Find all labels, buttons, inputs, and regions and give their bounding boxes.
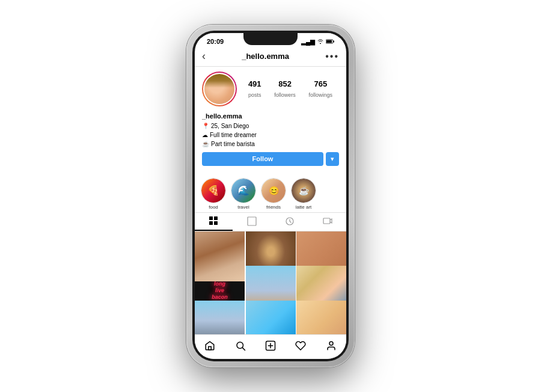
avatar bbox=[203, 73, 236, 105]
highlight-latte-label: latte art bbox=[296, 204, 312, 210]
grid-photo-9[interactable] bbox=[296, 301, 346, 334]
highlight-food[interactable]: 🍕 food bbox=[201, 178, 226, 210]
tab-single[interactable] bbox=[233, 213, 270, 231]
svg-rect-1 bbox=[334, 40, 335, 42]
stat-posts: 491 posts bbox=[248, 79, 261, 99]
followers-count: 852 bbox=[274, 79, 296, 88]
travel-emoji: 🌊 bbox=[237, 185, 249, 196]
photo-grid: longlivebacon bbox=[195, 231, 346, 335]
bio-dreamer: ☁ Full time dreamer bbox=[202, 130, 339, 139]
header-bar: ‹ _hello.emma ••• bbox=[195, 47, 346, 67]
tab-grid[interactable] bbox=[195, 213, 233, 231]
stat-following[interactable]: 765 followings bbox=[309, 79, 333, 99]
highlight-friends-circle: 😊 bbox=[261, 178, 286, 203]
avatar-face bbox=[204, 74, 234, 104]
svg-rect-2 bbox=[326, 40, 332, 43]
svg-rect-4 bbox=[214, 216, 218, 220]
neon-sign: longlivebacon bbox=[212, 281, 228, 300]
wifi-icon bbox=[317, 38, 323, 45]
nav-heart[interactable] bbox=[291, 338, 310, 353]
stat-followers[interactable]: 852 followers bbox=[274, 79, 296, 99]
highlights-row: 🍕 food 🌊 travel bbox=[195, 173, 346, 213]
latte-emoji: ☕ bbox=[299, 186, 309, 195]
bottom-nav bbox=[195, 334, 346, 359]
avatar-hair bbox=[204, 74, 234, 88]
back-button[interactable]: ‹ bbox=[202, 50, 206, 63]
grid-photo-8[interactable] bbox=[246, 301, 296, 334]
grid-photo-1[interactable] bbox=[195, 231, 245, 281]
barista-icon: ☕ bbox=[202, 139, 209, 149]
tab-tagged[interactable] bbox=[270, 213, 308, 231]
svg-rect-3 bbox=[209, 216, 213, 220]
bio-section: _hello.emma 📍 25, San Diego ☁ Full time … bbox=[202, 111, 339, 149]
posts-count: 491 bbox=[248, 79, 261, 88]
followers-label: followers bbox=[274, 92, 296, 98]
svg-rect-9 bbox=[323, 218, 330, 224]
svg-rect-10 bbox=[209, 347, 212, 350]
food-emoji: 🍕 bbox=[207, 185, 219, 196]
stats-row: 491 posts 852 followers 765 followings bbox=[242, 79, 339, 99]
highlight-travel-circle: 🌊 bbox=[231, 178, 256, 203]
nav-add[interactable] bbox=[261, 338, 280, 353]
highlight-latte-circle: ☕ bbox=[291, 178, 316, 203]
highlight-food-label: food bbox=[209, 204, 218, 210]
highlight-food-circle: 🍕 bbox=[201, 178, 226, 203]
dreamer-text: Full time dreamer bbox=[210, 130, 257, 139]
location-text: 25, San Diego bbox=[211, 121, 249, 130]
highlight-latte[interactable]: ☕ latte art bbox=[291, 178, 316, 210]
friends-emoji: 😊 bbox=[269, 186, 279, 195]
barista-text: Part time barista bbox=[211, 139, 255, 149]
tab-igtv[interactable] bbox=[308, 213, 346, 231]
avatar-wrap bbox=[202, 72, 237, 106]
notch bbox=[243, 33, 298, 45]
bio-location: 📍 25, San Diego bbox=[202, 121, 339, 130]
following-count: 765 bbox=[309, 79, 333, 88]
nav-search[interactable] bbox=[231, 338, 250, 353]
svg-rect-7 bbox=[248, 217, 256, 225]
location-icon: 📍 bbox=[202, 121, 209, 130]
profile-section: 491 posts 852 followers 765 followings bbox=[195, 67, 346, 173]
status-icons: ▂▄▆ bbox=[301, 38, 334, 45]
nav-profile[interactable] bbox=[322, 338, 341, 353]
follow-row: Follow ▾ bbox=[202, 152, 339, 166]
status-bar: 20:09 ▂▄▆ bbox=[195, 33, 346, 47]
battery-icon bbox=[326, 38, 334, 45]
grid-photo-7[interactable] bbox=[195, 301, 245, 334]
header-username: _hello.emma bbox=[242, 52, 289, 61]
status-time: 20:09 bbox=[207, 38, 224, 45]
nav-home[interactable] bbox=[200, 338, 219, 353]
bio-barista: ☕ Part time barista bbox=[202, 139, 339, 149]
chevron-down-icon: ▾ bbox=[331, 155, 334, 162]
highlight-travel-label: travel bbox=[237, 204, 249, 210]
scene: 20:09 ▂▄▆ bbox=[0, 0, 541, 392]
dreamer-icon: ☁ bbox=[202, 130, 208, 139]
signal-icon: ▂▄▆ bbox=[301, 38, 315, 45]
phone-screen: 20:09 ▂▄▆ bbox=[195, 33, 346, 359]
following-label: followings bbox=[309, 92, 333, 98]
highlight-travel[interactable]: 🌊 travel bbox=[231, 178, 256, 210]
svg-rect-5 bbox=[209, 221, 213, 225]
svg-rect-6 bbox=[214, 221, 218, 225]
phone-inner: 20:09 ▂▄▆ bbox=[192, 31, 349, 361]
more-button[interactable]: ••• bbox=[325, 51, 339, 62]
bio-username: _hello.emma bbox=[202, 111, 339, 121]
profile-top: 491 posts 852 followers 765 followings bbox=[202, 72, 339, 106]
svg-point-16 bbox=[329, 341, 333, 345]
svg-line-12 bbox=[242, 348, 245, 350]
phone-shell: 20:09 ▂▄▆ bbox=[186, 25, 355, 367]
tab-bar bbox=[195, 213, 346, 231]
posts-label: posts bbox=[248, 92, 261, 98]
highlight-friends-label: friends bbox=[266, 204, 281, 210]
follow-button[interactable]: Follow bbox=[202, 152, 323, 166]
follow-dropdown[interactable]: ▾ bbox=[326, 152, 339, 166]
highlight-friends[interactable]: 😊 friends bbox=[261, 178, 286, 210]
